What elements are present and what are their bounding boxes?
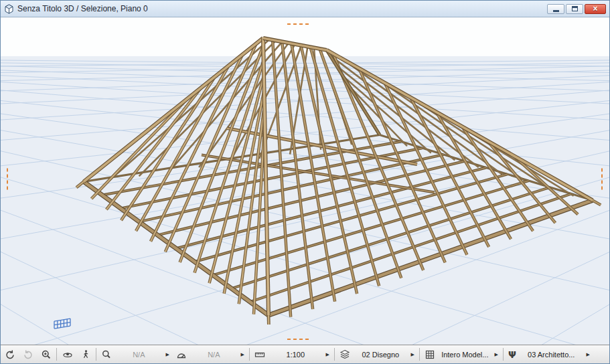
toolbar-separator (96, 348, 96, 361)
pen-set-value: 03 Architetto... (516, 351, 587, 359)
dropdown-arrow-icon[interactable]: ▶ (495, 352, 498, 357)
window-titlebar[interactable]: Senza Titolo 3D / Selezione, Piano 0 × (1, 1, 609, 17)
3d-window-icon (4, 4, 14, 14)
zoom-control[interactable]: N/A ▶ (98, 345, 173, 363)
window-title: Senza Titolo 3D / Selezione, Piano 0 (17, 4, 544, 13)
toolbar-separator (56, 348, 57, 361)
dropdown-arrow-icon[interactable]: ▶ (166, 352, 169, 357)
window-controls: × (547, 4, 606, 14)
dropdown-arrow-icon[interactable]: ▶ (587, 352, 590, 357)
dropdown-arrow-icon[interactable]: ▶ (411, 352, 414, 357)
ruler-icon (254, 349, 265, 360)
rotate-view-right-button[interactable] (19, 345, 37, 363)
layer-combination-control[interactable]: 02 Disegno ▶ (336, 345, 418, 363)
explore-walk-button[interactable] (76, 345, 94, 363)
toolbar-separator (334, 348, 335, 361)
model-grid-icon (425, 349, 435, 360)
maximize-button[interactable] (566, 4, 583, 14)
close-button[interactable]: × (585, 4, 606, 14)
zoom-value: N/A (112, 351, 166, 359)
scale-control[interactable]: 1:100 ▶ (251, 345, 333, 363)
layer-combination-value: 02 Disegno (350, 351, 411, 359)
orientation-control[interactable]: N/A ▶ (173, 345, 248, 363)
orbit-button[interactable] (58, 345, 76, 363)
toolbar-separator (503, 348, 504, 361)
dropdown-arrow-icon[interactable]: ▶ (241, 352, 244, 357)
maximize-icon (572, 6, 578, 11)
pen-set-control[interactable]: Ψ 03 Architetto... ▶ (505, 345, 593, 363)
zoom-in-button[interactable] (37, 345, 55, 363)
pen-set-icon: Ψ (508, 350, 516, 359)
orientation-value: N/A (187, 351, 241, 359)
archicad-3d-window: Senza Titolo 3D / Selezione, Piano 0 × (0, 0, 610, 364)
scale-value: 1:100 (265, 351, 326, 359)
model-filter-control[interactable]: Intero Model... ▶ (421, 345, 502, 363)
toolbar-separator (249, 348, 250, 361)
layers-icon (339, 349, 350, 360)
rotate-view-left-button[interactable] (1, 345, 19, 363)
dropdown-arrow-icon[interactable]: ▶ (326, 352, 329, 357)
model-filter-value: Intero Model... (435, 351, 495, 359)
close-icon: × (593, 5, 597, 13)
minimize-icon (553, 10, 559, 12)
3d-scene-roof-model (1, 17, 609, 345)
magnifier-icon (101, 349, 112, 360)
orientation-protractor-icon (176, 349, 187, 360)
3d-viewport[interactable] (1, 17, 609, 345)
toolbar-separator (419, 348, 420, 361)
quick-options-bar: N/A ▶ N/A ▶ 1:100 ▶ 02 Disegno ▶ (1, 345, 609, 363)
minimize-button[interactable] (547, 4, 564, 14)
